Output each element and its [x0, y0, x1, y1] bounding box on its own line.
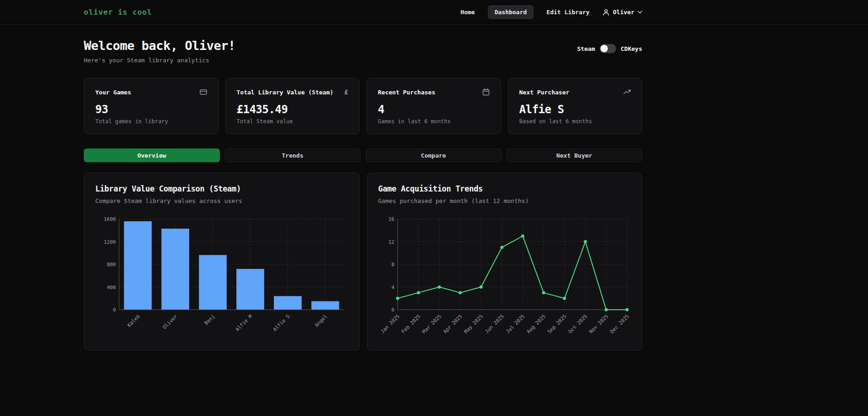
toggle-label-steam: Steam: [577, 45, 595, 52]
tab-bar: Overview Trends Compare Next Buyer: [84, 148, 642, 162]
tab-trends[interactable]: Trends: [225, 148, 361, 162]
toggle-knob: [601, 45, 608, 52]
tab-compare[interactable]: Compare: [366, 148, 502, 162]
user-menu-label: Oliver: [613, 9, 634, 16]
stats-grid: Your Games 93 Total games in library Tot…: [84, 78, 642, 134]
svg-text:4: 4: [391, 285, 394, 290]
stat-caption: Based on last 6 months: [519, 118, 631, 125]
stat-card-library-value: Total Library Value (Steam) £ £1435.49 T…: [225, 78, 360, 134]
trending-up-icon: [623, 88, 631, 96]
credit-card-icon: [200, 88, 207, 96]
svg-text:Mar 2025: Mar 2025: [421, 313, 442, 335]
stat-title: Next Purchaser: [519, 89, 570, 96]
nav-item-dashboard[interactable]: Dashboard: [488, 5, 534, 19]
stat-card-next-purchaser: Next Purchaser Alfie S Based on last 6 m…: [508, 78, 643, 134]
store-toggle-group: Steam CDKeys: [577, 44, 642, 53]
stat-value: Alfie S: [519, 103, 631, 116]
library-value-chart-card: Library Value Comparison (Steam) Compare…: [84, 173, 360, 350]
svg-text:Oliver: Oliver: [162, 313, 179, 331]
svg-text:12: 12: [388, 239, 394, 245]
stat-title: Your Games: [95, 89, 131, 96]
acquisition-trends-chart-card: Game Acquisition Trends Games purchased …: [367, 173, 643, 350]
svg-text:Jan 2025: Jan 2025: [379, 313, 401, 335]
tab-overview[interactable]: Overview: [84, 148, 220, 162]
tab-next-buyer[interactable]: Next Buyer: [507, 148, 643, 162]
navbar: oliver is cool Home Dashboard Edit Libra…: [0, 0, 868, 25]
svg-text:1600: 1600: [104, 216, 116, 222]
chart-title: Game Acquisition Trends: [378, 184, 631, 193]
svg-text:Jun 2025: Jun 2025: [484, 313, 505, 335]
stat-caption: Games in last 6 months: [378, 118, 490, 125]
svg-text:800: 800: [107, 262, 116, 268]
bar-chart: 040080012001600KalebOliverBenjAlfie MAlf…: [95, 214, 349, 348]
svg-text:Alfie M: Alfie M: [235, 313, 254, 333]
line-chart: 0481216Jan 2025Feb 2025Mar 2025Apr 2025M…: [378, 214, 632, 348]
svg-text:Apr 2025: Apr 2025: [442, 313, 464, 335]
page-subtitle: Here's your Steam library analytics: [84, 57, 235, 64]
svg-text:Alfie S: Alfie S: [272, 313, 291, 333]
stat-caption: Total games in library: [95, 118, 207, 125]
svg-text:Dec 2025: Dec 2025: [609, 313, 630, 335]
svg-text:Angel: Angel: [314, 313, 329, 328]
main-content: Welcome back, Oliver! Here's your Steam …: [84, 38, 642, 350]
svg-text:400: 400: [107, 285, 116, 290]
charts-grid: Library Value Comparison (Steam) Compare…: [84, 173, 642, 350]
welcome-block: Welcome back, Oliver! Here's your Steam …: [84, 38, 235, 64]
stat-title: Recent Purchases: [378, 89, 435, 96]
svg-text:Benj: Benj: [203, 313, 216, 326]
stat-value: 93: [95, 103, 207, 116]
svg-text:Oct 2025: Oct 2025: [567, 313, 589, 335]
svg-text:0: 0: [113, 307, 116, 313]
brand-logo[interactable]: oliver is cool: [84, 8, 152, 16]
svg-text:Nov 2025: Nov 2025: [588, 313, 609, 335]
stat-value: 4: [378, 103, 490, 116]
svg-text:1200: 1200: [104, 239, 116, 245]
nav-item-home[interactable]: Home: [460, 9, 475, 16]
chart-title: Library Value Comparison (Steam): [95, 184, 348, 193]
svg-text:Kaleb: Kaleb: [126, 313, 141, 328]
svg-text:8: 8: [391, 262, 394, 268]
svg-text:Jul 2025: Jul 2025: [504, 313, 526, 335]
svg-text:0: 0: [391, 307, 394, 313]
stat-value: £1435.49: [237, 103, 349, 116]
chart-subtitle: Games purchased per month (last 12 month…: [378, 197, 631, 204]
svg-text:16: 16: [388, 216, 394, 222]
page-title: Welcome back, Oliver!: [84, 38, 235, 53]
svg-text:May 2025: May 2025: [463, 313, 484, 335]
toggle-label-cdkeys: CDKeys: [621, 45, 642, 52]
pound-icon: £: [344, 88, 348, 96]
stat-card-your-games: Your Games 93 Total games in library: [84, 78, 218, 134]
nav-item-edit-library[interactable]: Edit Library: [546, 9, 590, 16]
user-icon: [602, 9, 610, 16]
chevron-down-icon: [638, 11, 642, 14]
svg-text:Sep 2025: Sep 2025: [546, 313, 568, 335]
user-menu[interactable]: Oliver: [602, 9, 642, 16]
calendar-icon: [482, 88, 490, 96]
nav-links: Home Dashboard Edit Library Oliver: [460, 5, 642, 19]
chart-subtitle: Compare Steam library values across user…: [95, 197, 348, 204]
svg-text:Feb 2025: Feb 2025: [400, 313, 422, 335]
stat-caption: Total Steam value: [237, 118, 349, 125]
stat-card-recent-purchases: Recent Purchases 4 Games in last 6 month…: [366, 78, 501, 134]
store-toggle-switch[interactable]: [600, 44, 616, 53]
svg-text:Aug 2025: Aug 2025: [525, 313, 547, 335]
stat-title: Total Library Value (Steam): [237, 89, 333, 96]
